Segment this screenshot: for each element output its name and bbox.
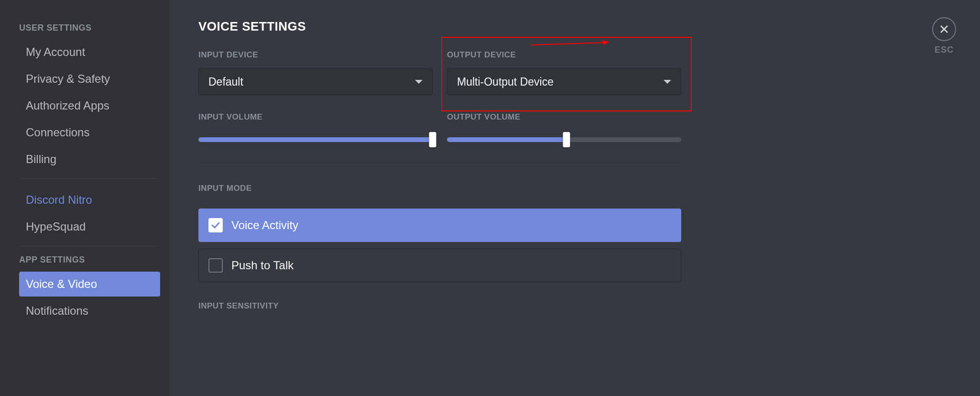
sidebar-divider — [19, 246, 160, 246]
chevron-down-icon — [415, 80, 423, 84]
sidebar-item-discord-nitro[interactable]: Discord Nitro — [19, 187, 160, 212]
section-divider — [198, 164, 681, 165]
mode-label: Voice Activity — [231, 219, 298, 232]
close-area: ESC — [932, 17, 956, 55]
checkbox-checked-icon — [208, 218, 223, 232]
input-sensitivity-label: INPUT SENSITIVITY — [198, 301, 681, 311]
main-content: VOICE SETTINGS INPUT DEVICE Default OUTP… — [170, 0, 980, 396]
sidebar-item-billing[interactable]: Billing — [19, 147, 160, 172]
input-device-select[interactable]: Default — [198, 68, 433, 95]
page-title: VOICE SETTINGS — [198, 19, 681, 34]
input-device-label: INPUT DEVICE — [198, 50, 433, 60]
sidebar-item-authorized-apps[interactable]: Authorized Apps — [19, 93, 160, 118]
output-volume-label: OUTPUT VOLUME — [447, 112, 681, 122]
sidebar-item-my-account[interactable]: My Account — [19, 40, 160, 65]
input-device-value: Default — [208, 76, 243, 88]
sidebar-item-notifications[interactable]: Notifications — [19, 298, 160, 323]
chevron-down-icon — [664, 80, 671, 84]
input-mode-push-to-talk[interactable]: Push to Talk — [198, 249, 681, 282]
slider-thumb[interactable] — [563, 132, 570, 147]
output-device-value: Multi-Output Device — [457, 76, 554, 88]
input-volume-slider[interactable] — [198, 132, 433, 147]
input-volume-label: INPUT VOLUME — [198, 112, 433, 122]
sidebar-category-user-settings: USER SETTINGS — [19, 23, 160, 33]
input-mode-label: INPUT MODE — [198, 184, 681, 193]
settings-sidebar: USER SETTINGS My Account Privacy & Safet… — [0, 0, 170, 396]
output-volume-slider[interactable] — [447, 132, 681, 147]
sidebar-item-hypesquad[interactable]: HypeSquad — [19, 214, 160, 239]
mode-label: Push to Talk — [231, 259, 294, 272]
slider-thumb[interactable] — [429, 132, 436, 147]
output-device-label: OUTPUT DEVICE — [447, 50, 681, 60]
sidebar-divider — [19, 178, 160, 179]
sidebar-item-privacy-safety[interactable]: Privacy & Safety — [19, 66, 160, 91]
sidebar-item-voice-video[interactable]: Voice & Video — [19, 272, 160, 297]
close-icon — [939, 24, 949, 34]
sidebar-category-app-settings: APP SETTINGS — [19, 255, 160, 265]
sidebar-item-connections[interactable]: Connections — [19, 120, 160, 145]
close-button[interactable] — [932, 17, 956, 41]
input-mode-voice-activity[interactable]: Voice Activity — [198, 209, 681, 242]
esc-label: ESC — [932, 45, 956, 55]
output-device-select[interactable]: Multi-Output Device — [447, 68, 681, 95]
checkbox-unchecked-icon — [208, 258, 223, 273]
